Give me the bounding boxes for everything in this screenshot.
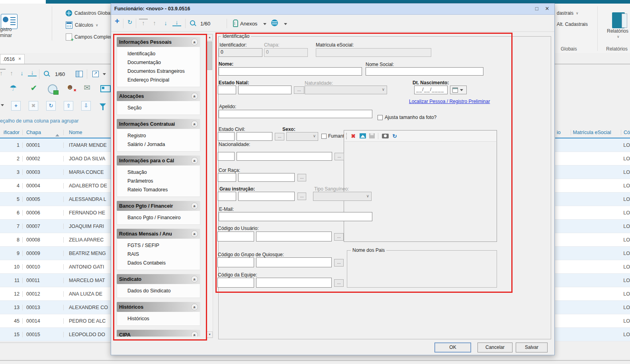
table-row[interactable]: 500005ALESSANDRA L bbox=[0, 193, 111, 206]
menu-cadastrais[interactable]: dastrais ∨ bbox=[557, 9, 579, 17]
collapse-chevron-icon[interactable]: « bbox=[191, 230, 198, 237]
chevron-down-icon[interactable] bbox=[284, 23, 287, 25]
sidebar-item[interactable]: Dados Contabeis bbox=[117, 259, 200, 267]
scroll-up-icon[interactable]: ▲ bbox=[207, 34, 213, 41]
table-row[interactable]: 1000010ANTONIO GATI bbox=[0, 260, 111, 274]
filter-icon[interactable] bbox=[100, 103, 106, 107]
nacionalidade-code-field[interactable] bbox=[218, 152, 235, 161]
sidebar-item[interactable]: RAIS bbox=[117, 250, 200, 259]
table-row[interactable]: LO bbox=[555, 287, 630, 301]
tab-0516[interactable]: .0516 × bbox=[0, 54, 25, 64]
sidebar-section-header[interactable]: Rotinas Mensais / Anu« bbox=[117, 229, 200, 239]
check-icon[interactable]: ✔ bbox=[29, 83, 39, 93]
sidebar-item[interactable]: Endereço Principal bbox=[117, 76, 200, 84]
sidebar-section-header[interactable]: Informações para o Cál« bbox=[117, 156, 200, 165]
add-icon[interactable]: + bbox=[11, 101, 21, 111]
collapse-chevron-icon[interactable]: « bbox=[191, 93, 198, 99]
table-row[interactable]: LO bbox=[555, 152, 630, 165]
table-row[interactable]: 800008ZELIA APAREC bbox=[0, 233, 111, 247]
codigo-usuario-lookup-button[interactable]: ... bbox=[334, 233, 344, 241]
table-row[interactable]: 900009BEATRIZ MENG bbox=[0, 247, 111, 260]
reports-book-icon[interactable] bbox=[612, 12, 625, 28]
sidebar-item[interactable]: Banco Pgto / Financeiro bbox=[117, 213, 200, 222]
table-row[interactable]: 200002JOAO DA SILVA bbox=[0, 152, 111, 165]
cancel-button[interactable]: Cancelar bbox=[477, 343, 513, 352]
estado-natal-code-field[interactable] bbox=[218, 86, 236, 94]
maximize-icon[interactable]: □ bbox=[533, 6, 541, 13]
menu-calculos[interactable]: Cálculos ∨ bbox=[66, 21, 98, 29]
codigo-quiosque-code-field[interactable] bbox=[217, 257, 254, 267]
table-row[interactable]: LO bbox=[555, 247, 630, 260]
collapse-chevron-icon[interactable]: « bbox=[191, 331, 198, 337]
sidebar-section-header[interactable]: Alocações« bbox=[117, 91, 200, 101]
grid-header-codigo[interactable]: Có bbox=[621, 130, 630, 135]
envelope-icon[interactable]: ✉ bbox=[82, 82, 92, 93]
table-row[interactable]: LO bbox=[555, 314, 630, 328]
cor-raca-code-field[interactable] bbox=[218, 173, 236, 182]
sidebar-scrollbar[interactable]: ▲ ▼ bbox=[206, 34, 213, 338]
email-field[interactable] bbox=[219, 212, 372, 221]
table-row[interactable]: LO bbox=[555, 206, 630, 220]
table-row[interactable]: LO bbox=[555, 179, 630, 193]
table-row[interactable]: 1100011MARCELO MAT bbox=[0, 274, 111, 287]
export-icon[interactable] bbox=[92, 71, 99, 77]
grid-header-partial[interactable]: io bbox=[555, 130, 571, 135]
umbrella-icon[interactable]: ☂ bbox=[8, 83, 18, 93]
go-next-icon[interactable]: ↓ bbox=[18, 70, 26, 76]
table-row[interactable]: 100001ITAMAR MENDE bbox=[0, 138, 111, 152]
id-card-icon[interactable] bbox=[100, 85, 111, 92]
go-first-icon[interactable]: ↑ bbox=[139, 19, 148, 26]
fumante-checkbox[interactable] bbox=[321, 134, 327, 139]
photo-load-icon[interactable] bbox=[360, 133, 366, 138]
big-button-label[interactable]: minar bbox=[0, 33, 12, 38]
table-row[interactable]: 1200012ANA LUIZA DE bbox=[0, 287, 111, 301]
nome-social-field[interactable] bbox=[366, 67, 483, 76]
search-icon[interactable] bbox=[44, 71, 50, 77]
sidebar-item[interactable]: Registro bbox=[117, 131, 200, 140]
cor-raca-desc-field[interactable] bbox=[238, 173, 295, 182]
collapse-chevron-icon[interactable]: « bbox=[191, 157, 198, 164]
cor-raca-lookup-button[interactable]: ... bbox=[297, 174, 306, 181]
photo-refresh-icon[interactable]: ↻ bbox=[391, 132, 399, 140]
grid-header-chapa[interactable]: Chapa bbox=[23, 130, 64, 135]
grid-header-matricula-esocial[interactable]: Matrícula eSocial bbox=[571, 130, 621, 135]
camera-icon[interactable] bbox=[382, 134, 389, 138]
sidebar-item[interactable]: Identificação bbox=[117, 49, 200, 58]
delete-icon[interactable]: ✖ bbox=[29, 101, 38, 111]
grid-header-nome[interactable]: Nome bbox=[64, 130, 111, 135]
collapse-chevron-icon[interactable]: « bbox=[191, 39, 198, 45]
sidebar-item[interactable]: Parâmetros bbox=[117, 177, 200, 185]
table-row[interactable]: LO bbox=[555, 138, 630, 152]
paperclip-icon[interactable] bbox=[233, 19, 238, 27]
table-row[interactable]: 1500015LEOPOLDO DO bbox=[0, 328, 111, 341]
chevron-down-icon[interactable] bbox=[263, 23, 266, 25]
identificador-field[interactable]: 0 bbox=[219, 48, 262, 57]
sidebar-item[interactable]: Dados do Sindicato bbox=[117, 286, 200, 295]
naturalidade-combo[interactable]: ∨ bbox=[305, 86, 387, 94]
sidebar-item[interactable]: Documentação bbox=[117, 58, 200, 67]
grau-instrucao-lookup-button[interactable]: ... bbox=[297, 193, 306, 200]
collapse-chevron-icon[interactable]: « bbox=[191, 276, 198, 282]
table-row[interactable]: LO bbox=[555, 233, 630, 247]
ok-button[interactable]: OK bbox=[434, 343, 471, 352]
codigo-equipe-desc-field[interactable] bbox=[256, 278, 332, 288]
table-row[interactable]: LO bbox=[555, 165, 630, 179]
ajusta-foto-checkbox[interactable] bbox=[378, 115, 383, 120]
go-last-icon[interactable]: ↓ bbox=[28, 69, 37, 76]
photo-delete-icon[interactable]: ✖ bbox=[349, 132, 357, 140]
table-row[interactable]: LO bbox=[555, 274, 630, 287]
table-row[interactable]: LO bbox=[555, 193, 630, 206]
chevron-down-icon[interactable] bbox=[1, 104, 4, 106]
table-row[interactable]: 4500014PEDRO DE ALC bbox=[0, 314, 111, 328]
grau-instrucao-code-field[interactable] bbox=[218, 192, 236, 201]
sidebar-item[interactable]: Situação bbox=[117, 168, 200, 177]
move-down-icon[interactable]: ⇩ bbox=[81, 101, 91, 111]
estado-civil-code-field[interactable] bbox=[218, 132, 235, 141]
grid-header-identificador[interactable]: ificador bbox=[0, 130, 23, 135]
table-row[interactable]: LO bbox=[555, 260, 630, 274]
table-row[interactable]: LO bbox=[555, 301, 630, 314]
save-button[interactable]: Salvar bbox=[516, 343, 548, 352]
grau-instrucao-desc-field[interactable] bbox=[238, 192, 295, 201]
codigo-quiosque-desc-field[interactable] bbox=[256, 257, 332, 267]
go-next-icon[interactable]: ↓ bbox=[161, 19, 170, 26]
